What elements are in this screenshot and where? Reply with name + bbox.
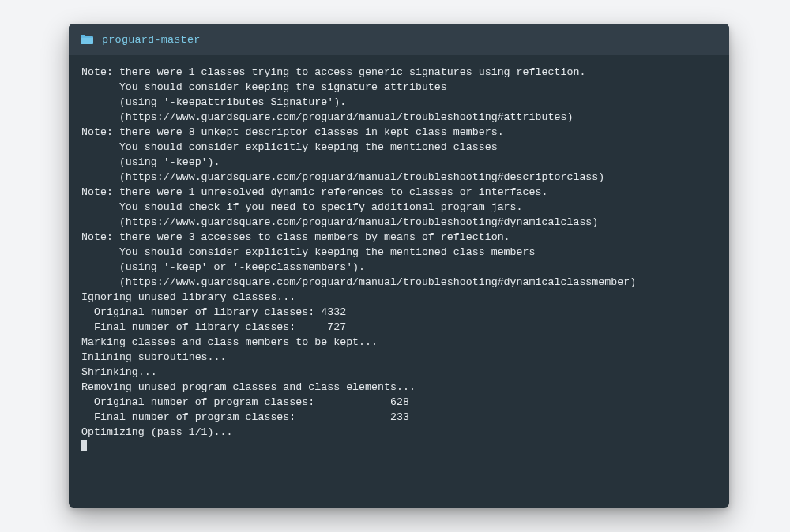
terminal-line: Original number of library classes: 4332 xyxy=(81,305,717,320)
window-title: proguard-master xyxy=(102,34,201,46)
terminal-line: Inlining subroutines... xyxy=(81,350,717,365)
cursor-icon xyxy=(81,440,87,451)
terminal-line: Shrinking... xyxy=(81,365,717,380)
terminal-line: Note: there were 1 classes trying to acc… xyxy=(81,65,717,80)
terminal-line: (using '-keep'). xyxy=(81,155,717,170)
terminal-line: You should consider explicitly keeping t… xyxy=(81,245,717,260)
terminal-line: (https://www.guardsquare.com/proguard/ma… xyxy=(81,110,717,125)
terminal-line: (https://www.guardsquare.com/proguard/ma… xyxy=(81,275,717,290)
terminal-line: You should check if you need to specify … xyxy=(81,200,717,215)
terminal-line: (using '-keep' or '-keepclassmembers'). xyxy=(81,260,717,275)
terminal-line: Note: there were 3 accesses to class mem… xyxy=(81,230,717,245)
terminal-line: Note: there were 1 unresolved dynamic re… xyxy=(81,185,717,200)
folder-icon xyxy=(80,34,94,45)
titlebar: proguard-master xyxy=(69,24,729,55)
terminal-line: Final number of library classes: 727 xyxy=(81,320,717,335)
terminal-line: (using '-keepattributes Signature'). xyxy=(81,95,717,110)
terminal-cursor-line xyxy=(81,440,717,455)
terminal-line: Optimizing (pass 1/1)... xyxy=(81,425,717,440)
terminal-line: Removing unused program classes and clas… xyxy=(81,380,717,395)
terminal-output[interactable]: Note: there were 1 classes trying to acc… xyxy=(69,55,729,508)
terminal-line: Ignoring unused library classes... xyxy=(81,290,717,305)
terminal-window: proguard-master Note: there were 1 class… xyxy=(69,24,729,508)
terminal-line: Note: there were 8 unkept descriptor cla… xyxy=(81,125,717,140)
terminal-line: You should consider keeping the signatur… xyxy=(81,80,717,95)
terminal-line: Final number of program classes: 233 xyxy=(81,410,717,425)
terminal-line: You should consider explicitly keeping t… xyxy=(81,140,717,155)
terminal-line: (https://www.guardsquare.com/proguard/ma… xyxy=(81,170,717,185)
terminal-line: (https://www.guardsquare.com/proguard/ma… xyxy=(81,215,717,230)
terminal-line: Original number of program classes: 628 xyxy=(81,395,717,410)
terminal-line: Marking classes and class members to be … xyxy=(81,335,717,350)
